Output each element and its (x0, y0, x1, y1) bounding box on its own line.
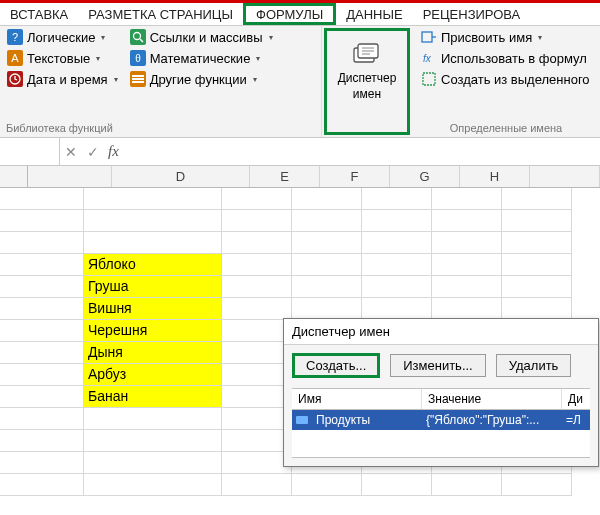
cell-item[interactable]: Дыня (84, 342, 222, 364)
cell[interactable] (0, 342, 84, 364)
cell[interactable] (0, 298, 84, 320)
cell[interactable] (292, 298, 362, 320)
cell[interactable] (292, 232, 362, 254)
cell-item[interactable]: Вишня (84, 298, 222, 320)
cell[interactable] (432, 232, 502, 254)
cell[interactable] (84, 452, 222, 474)
col-header-g[interactable]: G (390, 166, 460, 187)
col-header-name[interactable]: Имя (292, 389, 422, 409)
delete-button[interactable]: Удалить (496, 354, 572, 377)
more-functions-button[interactable]: Другие функции ▾ (127, 70, 276, 88)
name-manager-button[interactable]: Диспетчер имен (327, 31, 407, 113)
create-button[interactable]: Создать... (292, 353, 380, 378)
cell[interactable] (0, 232, 84, 254)
cell[interactable] (222, 364, 292, 386)
cell[interactable] (84, 232, 222, 254)
cell[interactable] (0, 254, 84, 276)
cell[interactable] (362, 188, 432, 210)
cell[interactable] (362, 232, 432, 254)
cell[interactable] (0, 386, 84, 408)
cell[interactable] (222, 452, 292, 474)
cell[interactable] (222, 254, 292, 276)
cell[interactable] (84, 210, 222, 232)
cell[interactable] (292, 474, 362, 496)
cell[interactable] (362, 254, 432, 276)
math-button[interactable]: θ Математические ▾ (127, 49, 276, 67)
cell[interactable] (432, 474, 502, 496)
cell[interactable] (222, 320, 292, 342)
cell-item[interactable]: Яблоко (84, 254, 222, 276)
fx-icon[interactable]: fx (104, 143, 123, 160)
cell[interactable] (502, 232, 572, 254)
cell[interactable] (432, 298, 502, 320)
cell[interactable] (222, 232, 292, 254)
col-header-e[interactable]: E (250, 166, 320, 187)
edit-button[interactable]: Изменить... (390, 354, 485, 377)
tab-page-layout[interactable]: РАЗМЕТКА СТРАНИЦЫ (78, 3, 243, 25)
cell[interactable] (502, 474, 572, 496)
col-header-ref[interactable]: Ди (562, 389, 590, 409)
logical-button[interactable]: ? Логические ▾ (4, 28, 121, 46)
cell[interactable] (362, 210, 432, 232)
col-header-f[interactable]: F (320, 166, 390, 187)
name-row[interactable]: Продукты {"Яблоко":"Груша":... =Л (292, 410, 590, 430)
cell[interactable] (362, 298, 432, 320)
cell-item[interactable]: Арбуз (84, 364, 222, 386)
cell[interactable] (292, 210, 362, 232)
text-button[interactable]: A Текстовые ▾ (4, 49, 121, 67)
enter-formula-button[interactable]: ✓ (82, 144, 104, 160)
cell[interactable] (0, 320, 84, 342)
use-in-formula-button[interactable]: fx Использовать в формул (418, 49, 593, 67)
cell[interactable] (84, 408, 222, 430)
col-header-d[interactable]: D (112, 166, 250, 187)
lookup-button[interactable]: Ссылки и массивы ▾ (127, 28, 276, 46)
cell[interactable] (0, 364, 84, 386)
col-header[interactable] (28, 166, 112, 187)
cell[interactable] (362, 474, 432, 496)
cell[interactable] (0, 474, 84, 496)
cell[interactable] (502, 210, 572, 232)
cell[interactable] (0, 452, 84, 474)
tab-insert[interactable]: ВСТАВКА (0, 3, 78, 25)
cell[interactable] (0, 408, 84, 430)
col-header[interactable] (530, 166, 600, 187)
col-header-value[interactable]: Значение (422, 389, 562, 409)
cell[interactable] (432, 188, 502, 210)
cell[interactable] (502, 188, 572, 210)
cell[interactable] (0, 276, 84, 298)
cell[interactable] (362, 276, 432, 298)
cell[interactable] (432, 254, 502, 276)
cell[interactable] (84, 474, 222, 496)
cell[interactable] (222, 342, 292, 364)
cell[interactable] (222, 430, 292, 452)
name-box[interactable] (0, 138, 60, 165)
cell[interactable] (222, 386, 292, 408)
select-all-corner[interactable] (0, 166, 28, 187)
cell[interactable] (222, 408, 292, 430)
cell[interactable] (84, 430, 222, 452)
cell-item[interactable]: Черешня (84, 320, 222, 342)
cell[interactable] (502, 254, 572, 276)
cell[interactable] (502, 276, 572, 298)
cell-item[interactable]: Банан (84, 386, 222, 408)
cell[interactable] (432, 276, 502, 298)
cell[interactable] (292, 254, 362, 276)
cell[interactable] (222, 276, 292, 298)
col-header-h[interactable]: H (460, 166, 530, 187)
cell[interactable] (0, 210, 84, 232)
cell[interactable] (222, 188, 292, 210)
tab-formulas[interactable]: ФОРМУЛЫ (243, 3, 336, 25)
create-from-selection-button[interactable]: Создать из выделенного (418, 70, 593, 88)
cell[interactable] (222, 298, 292, 320)
cell[interactable] (292, 188, 362, 210)
cell-item[interactable]: Груша (84, 276, 222, 298)
cell[interactable] (502, 298, 572, 320)
cell[interactable] (292, 276, 362, 298)
cell[interactable] (0, 430, 84, 452)
tab-data[interactable]: ДАННЫЕ (336, 3, 412, 25)
cell[interactable] (222, 474, 292, 496)
cell[interactable] (84, 188, 222, 210)
assign-name-button[interactable]: Присвоить имя ▾ (418, 28, 593, 46)
cell[interactable] (222, 210, 292, 232)
datetime-button[interactable]: Дата и время ▾ (4, 70, 121, 88)
